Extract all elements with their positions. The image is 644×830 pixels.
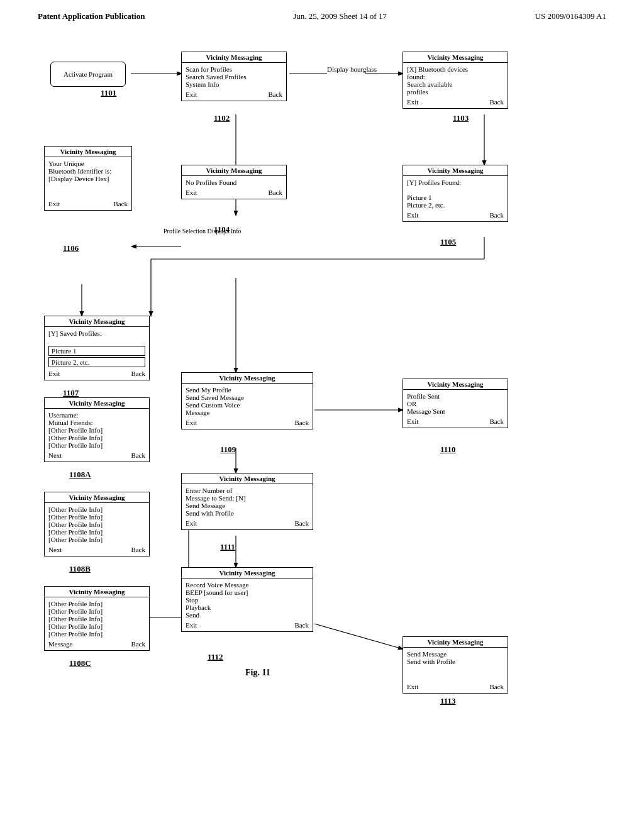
box-1110-line1: Profile Sent bbox=[407, 392, 504, 400]
box-1112: Vicinity Messaging Record Voice Message … bbox=[181, 567, 313, 632]
fig-label: Fig. 11 bbox=[245, 668, 270, 678]
box-1112-footer: Exit Back bbox=[186, 621, 309, 629]
box-1109-title: Vicinity Messaging bbox=[182, 373, 313, 384]
svg-line-17 bbox=[314, 624, 402, 649]
box-1106-exit: Exit bbox=[48, 200, 60, 208]
box-1113-line1: Send Message bbox=[407, 650, 504, 658]
label-1107: 1107 bbox=[63, 388, 79, 398]
box-1102-footer: Exit Back bbox=[186, 91, 282, 98]
box-1111-line3: Send Message bbox=[186, 502, 309, 509]
box-1113: Vicinity Messaging Send Message Send wit… bbox=[402, 636, 508, 694]
box-1108b-line5: [Other Profile Info] bbox=[48, 536, 145, 543]
box-1105-exit: Exit bbox=[407, 211, 418, 219]
box-1113-title: Vicinity Messaging bbox=[403, 637, 508, 648]
box-1113-footer: Exit Back bbox=[407, 683, 504, 690]
box-1113-exit: Exit bbox=[407, 683, 418, 690]
box-1112-exit: Exit bbox=[186, 621, 197, 629]
box-1112-line3: Stop bbox=[186, 596, 309, 604]
box-1109-line1: Send My Profile bbox=[186, 386, 309, 394]
box-1109-back: Back bbox=[294, 419, 309, 426]
header-left: Patent Application Publication bbox=[38, 11, 145, 21]
box-1110-exit: Exit bbox=[407, 418, 418, 425]
box-1104-exit: Exit bbox=[186, 189, 197, 196]
box-1106: Vicinity Messaging Your Unique Bluetooth… bbox=[44, 146, 132, 211]
display-hourglass-label: Display hourglass bbox=[327, 65, 377, 73]
box-1108c-title: Vicinity Messaging bbox=[45, 587, 149, 597]
box-1103: Vicinity Messaging [X] Bluetooth devices… bbox=[402, 52, 508, 109]
box-1112-line4: Playback bbox=[186, 604, 309, 611]
box-1109-line4: Message bbox=[186, 409, 309, 416]
box-1110-back: Back bbox=[489, 418, 504, 425]
box-1104-sublabel: Profile Selection Displays Info bbox=[164, 228, 242, 235]
box-1112-line2: BEEP [sound for user] bbox=[186, 589, 309, 596]
label-1111: 1111 bbox=[220, 542, 235, 552]
box-1111-footer: Exit Back bbox=[186, 519, 309, 527]
box-1108b-line2: [Other Profile Info] bbox=[48, 513, 145, 521]
label-1106: 1106 bbox=[63, 243, 79, 253]
box-1104-footer: Exit Back bbox=[186, 189, 282, 196]
box-1111-line2: Message to Send: [N] bbox=[186, 494, 309, 502]
label-1108b: 1108B bbox=[69, 564, 91, 574]
box-1108c-line5: [Other Profile Info] bbox=[48, 630, 145, 638]
box-1102: Vicinity Messaging Scan for Profiles Sea… bbox=[181, 52, 287, 101]
box-1112-back: Back bbox=[294, 621, 309, 629]
activate-program-label: Activate Program bbox=[64, 70, 113, 78]
diagram-area: Activate Program 1101 Vicinity Messaging… bbox=[25, 39, 619, 800]
box-1106-line1: Your Unique bbox=[48, 160, 128, 167]
box-1103-line3: Search available bbox=[407, 80, 504, 88]
box-1109-exit: Exit bbox=[186, 419, 197, 426]
box-1110-line2: OR bbox=[407, 400, 504, 407]
box-1108c-footer: Message Back bbox=[48, 640, 145, 648]
box-1113-line2: Send with Profile bbox=[407, 658, 504, 665]
box-1104-back: Back bbox=[268, 189, 282, 196]
box-1107-line1: [Y] Saved Profiles: bbox=[48, 329, 145, 337]
box-1108c: Vicinity Messaging [Other Profile Info] … bbox=[44, 586, 150, 651]
box-1102-back: Back bbox=[268, 91, 282, 98]
box-1109-line2: Send Saved Message bbox=[186, 394, 309, 401]
box-1106-footer: Exit Back bbox=[48, 200, 128, 208]
box-1102-line1: Scan for Profiles bbox=[186, 65, 282, 73]
label-1108c: 1108C bbox=[69, 658, 91, 668]
box-1108a-back: Back bbox=[131, 451, 145, 459]
box-1108c-line3: [Other Profile Info] bbox=[48, 615, 145, 622]
box-1108b-line4: [Other Profile Info] bbox=[48, 528, 145, 536]
box-1104-line1: No Profiles Found bbox=[186, 179, 282, 186]
box-1111-back: Back bbox=[294, 519, 309, 527]
box-1108a-line3: [Other Profile Info] bbox=[48, 426, 145, 434]
box-1108c-back: Back bbox=[131, 640, 145, 648]
label-1109: 1109 bbox=[220, 445, 236, 455]
box-1106-line3: [Display Device Hex] bbox=[48, 175, 128, 182]
box-1111-title: Vicinity Messaging bbox=[182, 473, 313, 484]
box-1108b-back: Back bbox=[131, 546, 145, 553]
box-1107-pic2: Picture 2, etc. bbox=[48, 357, 145, 367]
label-1103: 1103 bbox=[453, 113, 469, 123]
label-1110: 1110 bbox=[440, 445, 456, 455]
box-1102-title: Vicinity Messaging bbox=[182, 52, 286, 63]
box-1108a: Vicinity Messaging Username: Mutual Frie… bbox=[44, 397, 150, 462]
label-1102: 1102 bbox=[214, 113, 230, 123]
box-1105-line1: [Y] Profiles Found: bbox=[407, 179, 504, 186]
box-1109-line3: Send Custom Voice bbox=[186, 401, 309, 409]
box-1108a-footer: Next Back bbox=[48, 451, 145, 459]
box-1105-footer: Exit Back bbox=[407, 211, 504, 219]
label-1101: 1101 bbox=[101, 88, 116, 98]
box-1103-footer: Exit Back bbox=[407, 98, 504, 106]
box-1108c-line1: [Other Profile Info] bbox=[48, 600, 145, 607]
box-1105: Vicinity Messaging [Y] Profiles Found: P… bbox=[402, 165, 508, 222]
box-1108a-next: Next bbox=[48, 451, 62, 459]
box-1110: Vicinity Messaging Profile Sent OR Messa… bbox=[402, 379, 508, 428]
box-1108a-line1: Username: bbox=[48, 411, 145, 419]
box-1105-back: Back bbox=[489, 211, 504, 219]
box-1108a-line2: Mutual Friends: bbox=[48, 419, 145, 426]
box-1108a-line5: [Other Profile Info] bbox=[48, 441, 145, 449]
box-1111-line1: Enter Number of bbox=[186, 487, 309, 494]
box-1107-back: Back bbox=[131, 370, 145, 377]
box-1108b-line3: [Other Profile Info] bbox=[48, 521, 145, 528]
box-1102-exit: Exit bbox=[186, 91, 197, 98]
box-1106-line2: Bluetooth Identifier is: bbox=[48, 167, 128, 175]
header-center: Jun. 25, 2009 Sheet 14 of 17 bbox=[293, 11, 387, 21]
box-1105-title: Vicinity Messaging bbox=[403, 165, 508, 176]
label-1112: 1112 bbox=[208, 652, 223, 662]
box-1106-title: Vicinity Messaging bbox=[45, 147, 131, 157]
box-1108b-footer: Next Back bbox=[48, 546, 145, 553]
